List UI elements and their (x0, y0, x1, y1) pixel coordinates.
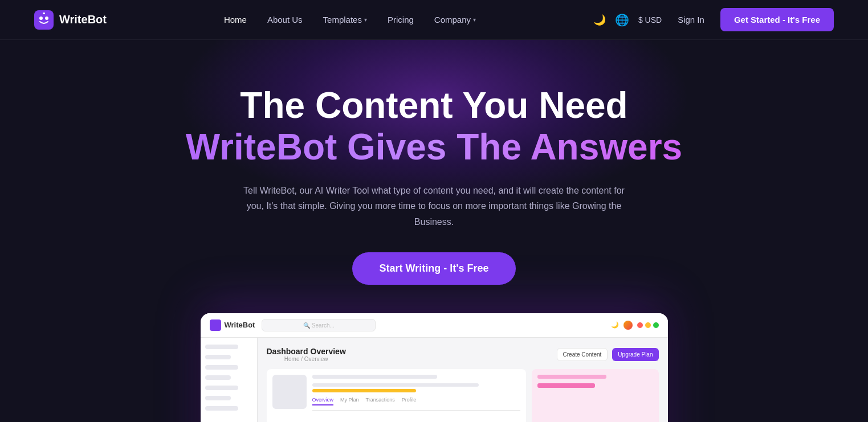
tab-overview[interactable]: Overview (312, 397, 334, 405)
db-sidebar (201, 338, 258, 422)
db-logo: WriteBot (210, 319, 255, 331)
db-wide-card: Overview My Plan Transactions Profile (267, 369, 526, 422)
header: WriteBot Home About Us Templates ▾ Prici… (0, 0, 868, 40)
logo-text: WriteBot (59, 13, 107, 26)
get-started-button[interactable]: Get Started - It's Free (720, 8, 834, 31)
db-search: 🔍 Search... (262, 319, 376, 331)
logo-area[interactable]: WriteBot (34, 10, 107, 30)
hero-section: The Content You Need WriteBot Gives The … (0, 40, 868, 422)
sign-in-link[interactable]: Sign In (671, 10, 711, 29)
tab-profile[interactable]: Profile (402, 397, 417, 405)
dashboard-preview: WriteBot 🔍 Search... 🌙 (201, 313, 668, 422)
sidebar-item (205, 375, 231, 380)
sidebar-item (205, 396, 231, 400)
nav-home[interactable]: Home (216, 10, 255, 29)
company-chevron: ▾ (473, 17, 476, 23)
nav-about[interactable]: About Us (259, 10, 311, 29)
db-controls: 🌙 (611, 321, 659, 330)
start-writing-button[interactable]: Start Writing - It's Free (352, 252, 516, 285)
db-create-content-btn[interactable]: Create Content (557, 348, 608, 361)
db-upgrade-btn[interactable]: Upgrade Plan (612, 348, 658, 361)
db-logo-icon (210, 319, 221, 331)
db-breadcrumb: Home / Overview (267, 356, 346, 362)
sidebar-item (205, 406, 238, 411)
robot-illustration (396, 418, 436, 422)
db-action-buttons: Create Content Upgrade Plan (557, 348, 659, 361)
db-body: Dashboard Overview Home / Overview Creat… (201, 338, 668, 422)
db-tabs: Overview My Plan Transactions Profile (312, 397, 520, 405)
main-nav: Home About Us Templates ▾ Pricing Compan… (216, 10, 484, 29)
hero-description: Tell WriteBot, our AI Writer Tool what t… (235, 183, 634, 230)
svg-rect-3 (43, 13, 45, 14)
db-window-controls (637, 322, 659, 328)
hero-title-line1: The Content You Need (11, 85, 857, 125)
db-dashboard-title: Dashboard Overview (267, 347, 346, 356)
tab-transactions[interactable]: Transactions (366, 397, 395, 405)
maximize-dot (653, 322, 659, 328)
hero-title-line2: WriteBot Gives The Answers (11, 125, 857, 169)
nav-pricing[interactable]: Pricing (380, 10, 422, 29)
header-right: 🌙 🌐 $ USD Sign In Get Started - It's Fre… (593, 8, 834, 31)
db-stat-card-1 (532, 369, 659, 422)
tab-my-plan[interactable]: My Plan (340, 397, 359, 405)
templates-chevron: ▾ (364, 17, 367, 23)
svg-point-1 (39, 17, 43, 20)
sidebar-item (205, 355, 231, 359)
currency-selector[interactable]: $ USD (638, 15, 662, 24)
nav-templates[interactable]: Templates ▾ (315, 10, 375, 29)
db-content-row: Overview My Plan Transactions Profile (267, 369, 659, 422)
minimize-dot (645, 322, 651, 328)
db-header: WriteBot 🔍 Search... 🌙 (201, 313, 668, 338)
db-main: Dashboard Overview Home / Overview Creat… (258, 338, 668, 422)
globe-icon[interactable]: 🌐 (615, 13, 629, 27)
close-dot (637, 322, 643, 328)
sidebar-item (205, 345, 238, 349)
nav-company[interactable]: Company ▾ (426, 10, 484, 29)
sidebar-item (205, 365, 238, 370)
svg-point-2 (45, 17, 48, 20)
db-main-header: Dashboard Overview Home / Overview Creat… (267, 347, 659, 362)
dark-mode-icon[interactable]: 🌙 (593, 14, 606, 26)
logo-icon (34, 10, 54, 30)
sidebar-item (205, 386, 238, 390)
